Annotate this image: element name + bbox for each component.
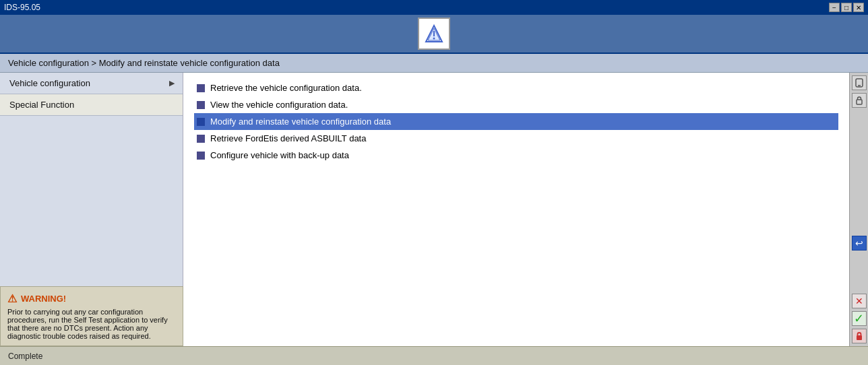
menu-item-label: Configure vehicle with back-up data	[210, 150, 349, 160]
warning-text: Prior to carrying out any car configurat…	[7, 308, 168, 340]
menu-item-label: Retrieve the vehicle configuration data.	[210, 83, 362, 93]
svg-point-3	[433, 38, 435, 40]
menu-item-label: View the vehicle configuration data.	[210, 100, 348, 110]
warning-title: ⚠ WARNING!	[7, 292, 176, 305]
bullet-icon	[197, 118, 205, 126]
status-text: Complete	[8, 352, 42, 361]
menu-item-retrieve-config[interactable]: Retrieve the vehicle configuration data.	[194, 79, 838, 96]
sidebar-item-vehicle-configuration[interactable]: Vehicle configuration ▶	[0, 73, 183, 94]
restore-button[interactable]: □	[841, 3, 852, 12]
back-button[interactable]: ↩	[852, 236, 867, 251]
menu-item-view-config[interactable]: View the vehicle configuration data.	[194, 96, 838, 113]
title-bar: IDS-95.05 − □ ✕	[0, 0, 868, 15]
lock-icon	[852, 93, 867, 108]
warning-icon: ⚠	[7, 292, 17, 305]
bullet-icon	[197, 101, 205, 109]
title-bar-controls: − □ ✕	[829, 3, 864, 12]
ok-button[interactable]: ✓	[852, 311, 867, 326]
warning-box: ⚠ WARNING! Prior to carrying out any car…	[0, 286, 183, 346]
cancel-button[interactable]: ✕	[852, 294, 867, 308]
svg-rect-7	[857, 335, 862, 340]
right-panel: ↩ ✕ ✓	[849, 73, 868, 346]
bullet-icon	[197, 152, 205, 160]
content-area: Retrieve the vehicle configuration data.…	[183, 73, 849, 346]
minimize-button[interactable]: −	[829, 3, 840, 12]
lock-button[interactable]	[852, 329, 867, 343]
close-button[interactable]: ✕	[853, 3, 864, 12]
arrow-right-icon: ▶	[169, 79, 175, 88]
sidebar-item-label: Special Function	[9, 100, 74, 110]
status-bar: Complete	[0, 346, 868, 365]
svg-rect-6	[857, 100, 862, 104]
bullet-icon	[197, 135, 205, 143]
phone-icon	[852, 75, 867, 90]
menu-item-modify-reinstate[interactable]: Modify and reinstate vehicle configurati…	[194, 113, 838, 130]
app-title: IDS-95.05	[4, 3, 40, 12]
menu-item-configure-backup[interactable]: Configure vehicle with back-up data	[194, 147, 838, 164]
sidebar-item-label: Vehicle configuration	[9, 78, 90, 88]
menu-item-retrieve-asbuilt[interactable]: Retrieve FordEtis derived ASBUILT data	[194, 130, 838, 147]
bullet-icon	[197, 84, 205, 92]
app-logo	[418, 18, 450, 50]
sidebar-item-special-function[interactable]: Special Function	[0, 94, 183, 116]
breadcrumb: Vehicle configuration > Modify and reins…	[0, 54, 868, 73]
menu-item-label: Retrieve FordEtis derived ASBUILT data	[210, 133, 366, 143]
menu-item-label: Modify and reinstate vehicle configurati…	[210, 117, 391, 127]
logo-area	[0, 15, 868, 54]
